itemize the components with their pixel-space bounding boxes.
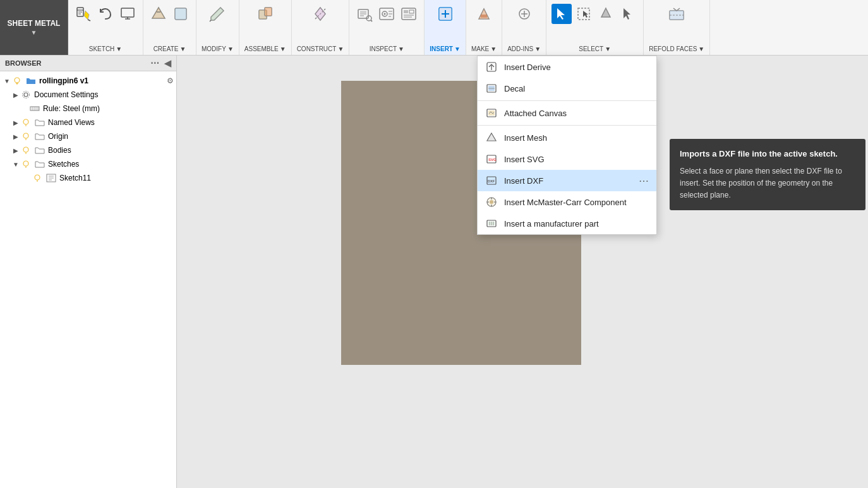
mcmaster-icon [485, 196, 498, 208]
separator-after-canvas [478, 125, 656, 126]
undo-icon[interactable] [95, 4, 116, 24]
modify-group-label[interactable]: MODIFY ▼ [202, 45, 234, 52]
tree-item-rule-steel[interactable]: ▶ Rule: Steel (mm) [0, 102, 176, 116]
svg-marker-51 [583, 11, 588, 18]
select-box-icon[interactable] [574, 4, 594, 24]
refold-icon[interactable] [666, 4, 687, 24]
toolbar-group-modify: MODIFY ▼ [196, 0, 239, 55]
origin-label: Origin [48, 132, 174, 141]
tree-item-origin[interactable]: ▶ Origin [0, 129, 176, 143]
svg-marker-53 [624, 8, 630, 20]
toolbar-group-make: MAKE ▼ [466, 0, 502, 55]
named-views-label: Named Views [48, 118, 174, 127]
tooltip-body: Select a face or plane then select the D… [680, 165, 855, 202]
svg-rect-45 [481, 15, 487, 18]
sketches-label: Sketches [48, 160, 174, 169]
tree-root-item[interactable]: ▼ rollingpin6 v1 ⚙ [0, 74, 176, 88]
svg-point-61 [23, 92, 30, 98]
menu-item-insert-dxf[interactable]: DXF Insert DXF ⋯ [478, 170, 656, 191]
insert-dropdown-menu: Insert Derive Decal Attached Canvas [477, 56, 657, 235]
svg-line-16 [210, 20, 211, 21]
menu-item-mcmaster[interactable]: Insert McMaster-Carr Component [478, 191, 656, 213]
assemble-group-label[interactable]: ASSEMBLE ▼ [244, 45, 286, 52]
svg-point-67 [23, 119, 28, 124]
construct-group-label[interactable]: CONSTRUCT ▼ [297, 45, 344, 52]
svg-marker-15 [211, 8, 224, 20]
toolbar-group-refold: REFOLD FACES ▼ [644, 0, 710, 55]
root-settings-icon[interactable]: ⚙ [167, 76, 174, 85]
create-icon-1[interactable] [148, 4, 169, 24]
origin-lightbulb-icon [20, 131, 32, 142]
insert-svg-label: Insert SVG [504, 155, 545, 164]
insert-dxf-label: Insert DXF [504, 176, 543, 186]
svg-point-96 [490, 200, 493, 204]
dxf-icon: DXF [485, 174, 498, 187]
display-icon[interactable] [118, 4, 138, 24]
origin-folder-icon [34, 131, 45, 142]
toolbar-group-sketch: SKETCH ▼ [68, 0, 143, 55]
inspect-group-label[interactable]: INSPECT ▼ [370, 45, 404, 52]
inspect-icon-2[interactable] [377, 4, 397, 24]
create-icon-2[interactable] [171, 4, 191, 24]
select-arrow-icon[interactable] [618, 4, 638, 24]
svg-icon: SVG [485, 153, 498, 165]
menu-item-insert-derive[interactable]: Insert Derive [478, 56, 656, 78]
insert-group-label[interactable]: INSERT ▼ [430, 45, 461, 52]
bodies-label: Bodies [48, 146, 174, 155]
tree-item-doc-settings[interactable]: ▶ Document Settings [0, 88, 176, 102]
insert-icon[interactable] [435, 4, 455, 24]
inspect-icon-3[interactable] [399, 4, 419, 24]
root-lightbulb-icon [11, 75, 23, 86]
doc-settings-arrow: ▶ [11, 92, 20, 98]
select-cursor-icon[interactable] [552, 4, 572, 24]
browser-expand-icon[interactable]: ⋯ [150, 58, 159, 68]
select-component-icon[interactable] [596, 4, 616, 24]
dxf-more-options-icon[interactable]: ⋯ [639, 175, 649, 187]
svg-marker-52 [601, 8, 610, 17]
insert-derive-label: Insert Derive [504, 62, 551, 72]
select-group-label[interactable]: SELECT ▼ [579, 45, 611, 52]
mcmaster-label: Insert McMaster-Carr Component [504, 198, 627, 207]
root-arrow: ▼ [3, 78, 11, 85]
sketch-group-label[interactable]: SKETCH ▼ [89, 45, 122, 52]
browser-collapse-icon[interactable]: ◀ [164, 58, 171, 68]
doc-settings-gear-icon [20, 89, 32, 100]
svg-point-60 [24, 93, 28, 97]
tree-item-bodies[interactable]: ▶ Bodies [0, 143, 176, 157]
svg-rect-6 [121, 8, 134, 17]
svg-point-57 [15, 78, 20, 83]
sheet-metal-label: SHEET METAL [8, 19, 61, 29]
create-group-label[interactable]: CREATE ▼ [154, 45, 186, 52]
sheet-metal-section[interactable]: SHEET METAL ▼ [0, 0, 68, 55]
sketch-icon[interactable] [73, 4, 93, 24]
assemble-icon[interactable] [255, 4, 275, 24]
menu-item-attached-canvas[interactable]: Attached Canvas [478, 102, 656, 124]
tooltip-title: Imports a DXF file into the active sketc… [680, 148, 855, 160]
tree-item-sketches[interactable]: ▼ Sketches [0, 157, 176, 171]
modify-icon[interactable] [207, 4, 227, 24]
construct-icon[interactable] [310, 4, 330, 24]
inspect-icon-1[interactable] [354, 4, 375, 24]
menu-item-manufacturer[interactable]: Insert a manufacturer part [478, 213, 656, 234]
toolbar-groups: SKETCH ▼ [68, 0, 868, 55]
browser-label: BROWSER [5, 59, 41, 67]
tree-item-sketch11[interactable]: ▶ Sketch11 [0, 171, 176, 185]
svg-marker-4 [84, 11, 89, 20]
sketch11-thumbnail-icon [45, 172, 57, 184]
tree-item-named-views[interactable]: ▶ Named Views [0, 116, 176, 129]
make-icon[interactable] [474, 4, 494, 24]
svg-point-75 [35, 175, 40, 180]
bodies-lightbulb-icon [20, 145, 32, 156]
svg-rect-38 [409, 10, 414, 13]
sketches-lightbulb-icon [20, 158, 32, 170]
svg-point-71 [23, 147, 28, 152]
menu-item-insert-mesh[interactable]: Insert Mesh [478, 127, 656, 148]
refold-group-label[interactable]: REFOLD FACES ▼ [649, 45, 704, 52]
addins-group-label[interactable]: ADD-INS ▼ [507, 45, 541, 52]
menu-item-decal[interactable]: Decal [478, 78, 656, 99]
addins-icon[interactable] [514, 4, 534, 24]
make-group-label[interactable]: MAKE ▼ [471, 45, 497, 52]
svg-text:SVG: SVG [488, 158, 497, 162]
menu-item-insert-svg[interactable]: SVG Insert SVG [478, 148, 656, 170]
svg-text:DXF: DXF [488, 179, 495, 183]
